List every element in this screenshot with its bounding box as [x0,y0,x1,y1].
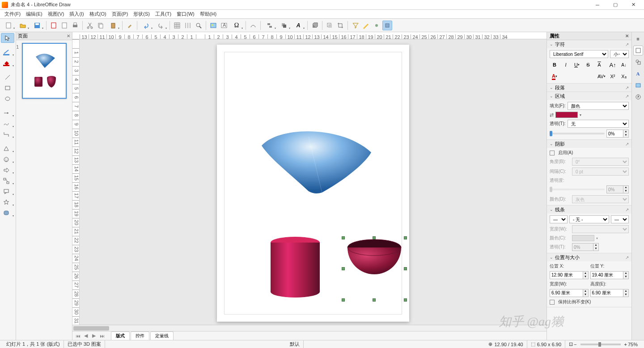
selection-handle[interactable] [404,298,407,302]
line-style-select[interactable]: - 无 - [569,215,609,223]
line-tool[interactable] [1,72,14,82]
rectangle-tool[interactable] [1,83,14,93]
undo-button[interactable]: ▾ [140,21,153,30]
sidebar-tab-gallery[interactable] [633,80,643,90]
more-icon[interactable]: ↗ [625,85,629,90]
overline-button[interactable]: A [594,60,604,70]
flowchart-tool[interactable]: ▾ [1,176,14,186]
3d-effects-button[interactable] [310,21,320,30]
copy-button[interactable] [96,21,106,30]
filter-button[interactable] [350,21,360,30]
transparency-value[interactable] [606,130,623,138]
tab-nav-prev[interactable]: ◀ [82,332,89,340]
toggle-extrusion-button[interactable] [382,21,392,30]
italic-button[interactable]: I [561,60,571,70]
zoom-in-icon[interactable]: + [624,342,627,347]
symbol-shapes-tool[interactable]: ▾ [1,155,14,164]
shadow-enable-checkbox[interactable] [550,151,555,155]
print-preview-button[interactable] [59,21,69,30]
crop-button[interactable] [335,21,345,30]
slide-thumbnail-1[interactable]: 1 [22,43,67,99]
fit-page-icon[interactable]: ⊡ [569,341,573,347]
cut-button[interactable] [85,21,95,30]
insert-textbox-button[interactable]: A [219,21,229,30]
sidebar-tab-styles[interactable]: A [633,69,643,79]
3d-objects-tool[interactable]: ▾ [1,208,14,218]
line-color-tool[interactable]: ▾ [1,47,14,57]
section-paragraph-header[interactable]: ⌄ 段落 ↗ [547,84,631,92]
properties-close[interactable]: ✕ [625,34,629,38]
menu-tools[interactable]: 工具(T) [153,10,174,18]
insert-special-char-button[interactable]: Ω▾ [230,21,243,30]
section-possize-header[interactable]: ⌄ 位置与大小 ↗ [547,253,631,261]
menu-format[interactable]: 格式(O) [87,10,109,18]
paste-button[interactable]: ▾ [106,21,120,30]
redo-button[interactable]: ▾ [154,21,167,30]
grid-button[interactable] [172,21,182,30]
align-button[interactable]: ▾ [263,21,276,30]
selection-handle[interactable] [373,298,376,302]
more-icon[interactable]: ↗ [625,142,629,147]
selection-handle[interactable] [342,298,345,302]
subscript-button[interactable]: X₂ [619,71,629,81]
ellipse-tool[interactable] [1,94,14,104]
save-button[interactable]: ▾ [30,21,44,30]
export-pdf-button[interactable] [49,21,59,30]
fill-color-swatch[interactable] [555,112,578,118]
menu-view[interactable]: 视图(V) [45,10,67,18]
increase-font-button[interactable]: A↑ [608,60,618,70]
tab-controls[interactable]: 控件 [131,331,149,340]
gluepoints-button[interactable] [372,21,381,30]
edit-points-button[interactable] [361,21,371,30]
shadow-button[interactable] [325,21,335,30]
more-icon[interactable]: ↗ [625,207,629,212]
bold-button[interactable]: B [550,60,559,70]
tab-nav-first[interactable]: ⏮ [74,332,81,340]
arrange-button[interactable]: ▾ [277,21,291,30]
transparency-type-select[interactable]: 无 [568,120,629,128]
font-name-select[interactable]: Liberation Serif [550,50,608,58]
menu-page[interactable]: 页面(P) [109,10,131,18]
block-arrows-tool[interactable]: ▾ [1,165,14,175]
tab-nav-next[interactable]: ▶ [90,332,97,340]
ruler-vertical[interactable]: 1234567891011121314151617181920212223242… [72,39,80,325]
selection-handle[interactable] [404,236,407,239]
fill-type-select[interactable]: 颜色 [568,102,629,110]
sidebar-tab-navigator[interactable] [633,92,643,102]
status-insert-mode[interactable]: 默认 [286,340,304,348]
ruler-horizontal[interactable]: 1312111098765432112345678910111213141516… [72,32,547,39]
tab-layout[interactable]: 版式 [111,331,130,340]
distribute-button[interactable]: A▾ [292,21,305,30]
strikethrough-button[interactable]: S [583,60,593,70]
pos-y-input[interactable] [590,271,624,279]
clone-format-button[interactable] [125,21,135,30]
slides-panel-close[interactable]: ✕ [67,34,70,38]
arrow-tool[interactable]: ▾ [1,108,14,118]
sidebar-tab-shapes[interactable] [633,57,643,67]
fontwork-button[interactable] [248,21,258,30]
select-tool[interactable] [1,33,14,43]
zoom-button[interactable] [194,21,203,30]
section-line-header[interactable]: ⌄ 线条 ↗ [547,205,631,214]
shape-cone-3d[interactable] [253,128,378,195]
zoom-out-icon[interactable]: − [574,342,576,347]
callout-tool[interactable]: ▾ [1,187,14,197]
section-character-header[interactable]: ⌄ 字符 ↗ [547,40,631,48]
zoom-slider[interactable] [580,344,621,345]
curve-tool[interactable]: ▾ [1,119,14,129]
zoom-value[interactable]: 75% [628,342,638,347]
shape-cylinder-3d[interactable] [268,236,322,298]
keep-ratio-checkbox[interactable] [550,300,555,305]
new-button[interactable]: ▾ [2,21,15,30]
underline-button[interactable]: U▾ [572,60,582,70]
insert-image-button[interactable] [208,21,218,30]
more-icon[interactable]: ↗ [625,94,629,99]
swap-icon[interactable]: ⇄ [550,112,554,118]
pos-x-input[interactable] [550,271,583,279]
more-icon[interactable]: ↗ [625,42,629,47]
tab-dimlines[interactable]: 定量线 [150,331,174,340]
font-color-button[interactable]: A▾ [550,71,559,81]
selection-handle[interactable] [404,267,407,270]
char-spacing-button[interactable]: AV▾ [597,71,606,81]
selection-handle[interactable] [342,267,345,270]
